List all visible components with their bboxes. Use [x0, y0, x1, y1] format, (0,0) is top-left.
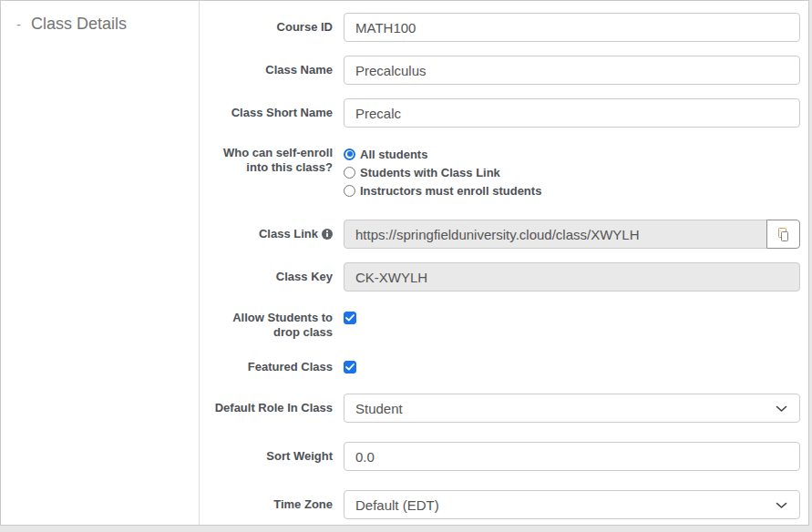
default-role-label: Default Role In Class: [208, 394, 344, 423]
form-row-class-link: Class Link: [208, 220, 808, 249]
form-row-self-enroll: Who can self-enroll into this class? All…: [208, 144, 808, 200]
form-row-sort-weight: Sort Weight: [208, 442, 808, 471]
copy-icon: [776, 227, 791, 242]
featured-class-checkbox[interactable]: [344, 361, 356, 373]
self-enroll-radio-group: All students Students with Class Link In…: [344, 144, 800, 200]
info-icon[interactable]: [322, 229, 333, 240]
form-row-class-name: Class Name: [208, 56, 808, 85]
form-row-class-key: Class Key: [208, 262, 808, 292]
class-name-input[interactable]: [344, 56, 800, 85]
class-link-input[interactable]: [344, 220, 767, 249]
form-row-class-short-name: Class Short Name: [208, 98, 808, 128]
form-row-default-role: Default Role In Class Student: [208, 394, 808, 423]
class-key-input[interactable]: [344, 262, 800, 292]
chevron-down-icon: [776, 502, 787, 509]
course-id-label: Course ID: [208, 13, 344, 42]
radio-option-label[interactable]: All students: [360, 148, 427, 161]
time-zone-label: Time Zone: [208, 490, 344, 519]
section-sidebar: - Class Details: [1, 1, 200, 525]
form-row-course-id: Course ID: [208, 13, 808, 42]
class-link-input-group: [344, 220, 800, 249]
radio-option-instructors-enroll[interactable]: Instructors must enroll students: [344, 181, 800, 200]
form-row-time-zone: Time Zone Default (EDT): [208, 490, 808, 519]
section-title: Class Details: [31, 15, 127, 34]
default-role-select[interactable]: Student: [344, 394, 800, 423]
form-row-allow-drop: Allow Students to drop class: [208, 311, 808, 340]
radio-icon[interactable]: [344, 185, 355, 197]
class-name-label: Class Name: [208, 56, 344, 85]
allow-drop-checkbox[interactable]: [344, 312, 356, 324]
chevron-down-icon: [776, 405, 787, 413]
class-link-label: Class Link: [208, 220, 344, 249]
radio-option-students-with-link[interactable]: Students with Class Link: [344, 163, 800, 181]
featured-class-label: Featured Class: [208, 360, 344, 374]
allow-drop-label: Allow Students to drop class: [208, 311, 344, 340]
self-enroll-label: Who can self-enroll into this class?: [208, 144, 344, 200]
class-details-panel: - Class Details Course ID Class Name Cla…: [0, 0, 809, 526]
checkmark-icon: [345, 363, 355, 371]
sort-weight-label: Sort Weight: [208, 442, 344, 471]
copy-button[interactable]: [766, 220, 800, 249]
radio-option-label[interactable]: Instructors must enroll students: [360, 184, 541, 198]
radio-option-label[interactable]: Students with Class Link: [360, 166, 500, 179]
course-id-input[interactable]: [344, 13, 800, 42]
form-row-featured-class: Featured Class: [208, 360, 808, 374]
class-link-label-text: Class Link: [259, 227, 318, 240]
radio-icon[interactable]: [344, 148, 355, 160]
radio-icon[interactable]: [344, 167, 355, 179]
default-role-selected-value: Student: [355, 401, 403, 416]
class-short-name-label: Class Short Name: [208, 98, 344, 128]
collapse-toggle[interactable]: -: [16, 15, 21, 34]
class-key-label: Class Key: [208, 262, 344, 292]
time-zone-select[interactable]: Default (EDT): [344, 490, 800, 519]
class-details-form: Course ID Class Name Class Short Name Wh…: [200, 1, 808, 525]
sort-weight-input[interactable]: [344, 442, 800, 471]
time-zone-selected-value: Default (EDT): [355, 497, 439, 513]
section-header: - Class Details: [16, 15, 199, 34]
class-short-name-input[interactable]: [344, 98, 800, 128]
radio-option-all-students[interactable]: All students: [344, 145, 800, 163]
checkmark-icon: [345, 314, 355, 322]
